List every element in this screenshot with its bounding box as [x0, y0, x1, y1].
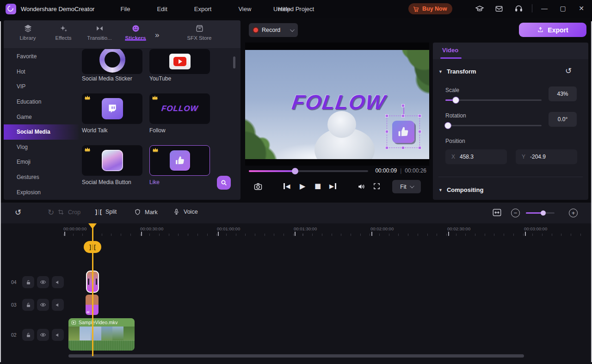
export-button[interactable]: Export — [519, 23, 586, 37]
resize-handle-e[interactable] — [418, 130, 421, 133]
resize-handle-w[interactable] — [385, 130, 388, 133]
crop-button[interactable]: Crop — [57, 209, 80, 216]
sticker-panel-scrollbar[interactable] — [233, 56, 235, 68]
compositing-section-header[interactable]: ▼ Compositing — [438, 186, 483, 193]
sticker-card-follow[interactable]: FOLLOW — [149, 93, 210, 124]
clip-trim-handle-right[interactable] — [96, 278, 97, 285]
tab-video-properties[interactable]: Video — [442, 47, 458, 54]
resize-handle-sw[interactable] — [385, 146, 388, 149]
maximize-button[interactable]: ▢ — [556, 5, 570, 12]
track3-lock-button[interactable] — [22, 299, 34, 311]
zoom-fit-dropdown[interactable]: Fit — [392, 180, 421, 193]
timeline-zoom-slider[interactable] — [526, 212, 555, 214]
follow-text-overlay[interactable]: FOLLOW — [270, 91, 407, 114]
sticker-card-like[interactable] — [149, 145, 210, 176]
menu-export[interactable]: Export — [191, 4, 216, 14]
record-button[interactable]: Record — [249, 23, 298, 37]
more-tabs-chevron[interactable]: » — [155, 31, 159, 40]
zoom-out-button[interactable]: − — [511, 209, 520, 217]
playback-progress-bar[interactable] — [249, 170, 368, 172]
scale-value-field[interactable]: 43% — [549, 86, 577, 101]
track4-lock-button[interactable] — [22, 276, 34, 288]
rotate-handle[interactable] — [401, 104, 405, 107]
sticker-card-social-media-button[interactable] — [82, 145, 142, 176]
record-dot-icon — [253, 28, 258, 32]
zoom-in-button[interactable]: + — [569, 209, 578, 217]
sticker-name: Social Media Sticker — [82, 75, 132, 82]
track4-visibility-button[interactable] — [37, 276, 49, 288]
fit-timeline-button[interactable] — [492, 208, 502, 217]
transform-section-header[interactable]: ▼ Transform — [438, 68, 476, 75]
redo-button[interactable]: ↻ — [48, 208, 54, 217]
split-button[interactable]: ][ Split — [95, 209, 117, 215]
resize-handle-n[interactable] — [401, 114, 405, 117]
close-button[interactable]: ✕ — [574, 5, 588, 12]
track3-mute-button[interactable] — [52, 299, 64, 311]
rotation-value-field[interactable]: 0.0° — [549, 112, 577, 127]
playhead-head[interactable] — [88, 223, 97, 229]
properties-tabrow: Video — [433, 43, 588, 59]
category-game[interactable]: Game — [4, 109, 79, 124]
track2-lock-button[interactable] — [22, 329, 34, 341]
like-sticker-on-canvas[interactable] — [392, 121, 414, 143]
buy-now-button[interactable]: Buy Now — [408, 3, 452, 14]
category-explosion[interactable]: Explosion — [4, 185, 79, 198]
tutorials-icon[interactable] — [475, 4, 484, 13]
category-social-media[interactable]: Social Media — [4, 124, 79, 140]
track2-visibility-button[interactable] — [37, 329, 49, 341]
progress-thumb[interactable] — [292, 168, 298, 174]
category-favorite[interactable]: Favorite — [4, 49, 79, 64]
mark-button[interactable]: Mark — [134, 209, 158, 216]
transform-reset-icon[interactable]: ↺ — [565, 66, 572, 75]
tab-effects[interactable]: Effects — [46, 24, 81, 41]
rotation-slider[interactable] — [445, 125, 542, 126]
sticker-card-social-media-sticker[interactable] — [82, 49, 142, 74]
scale-slider[interactable] — [445, 99, 542, 101]
resize-handle-nw[interactable] — [385, 114, 388, 117]
tab-library[interactable]: Library — [10, 24, 45, 41]
category-education[interactable]: Education — [4, 94, 79, 110]
clip-trim-handle-left[interactable] — [88, 278, 89, 285]
undo-button[interactable]: ↺ — [15, 208, 21, 217]
menu-view[interactable]: View — [234, 4, 255, 14]
track4-mute-button[interactable] — [52, 276, 64, 288]
next-frame-button[interactable]: ▶ — [329, 183, 336, 190]
total-duration: 00:00:26 — [405, 167, 426, 174]
playhead-split-badge[interactable]: ][ — [84, 241, 101, 253]
previous-frame-button[interactable]: ◀ — [284, 183, 290, 190]
resize-handle-ne[interactable] — [418, 114, 421, 117]
sticker-selection-box[interactable] — [387, 116, 420, 148]
menu-edit[interactable]: Edit — [153, 4, 171, 14]
play-button[interactable]: ▶ — [300, 182, 305, 191]
crop-label: Crop — [68, 209, 80, 216]
menu-file[interactable]: File — [117, 4, 134, 14]
track2-mute-button[interactable] — [52, 329, 64, 341]
stop-button[interactable]: ■ — [314, 182, 321, 190]
position-x-field[interactable]: X 458.3 — [445, 149, 507, 164]
support-headset-icon[interactable] — [514, 4, 523, 13]
resize-handle-se[interactable] — [418, 146, 421, 149]
minimize-button[interactable]: — — [537, 5, 551, 12]
category-vip[interactable]: VIP — [4, 79, 79, 94]
sticker-card-world-talk[interactable] — [82, 93, 142, 124]
resize-handle-s[interactable] — [401, 146, 405, 149]
feedback-mail-icon[interactable] — [495, 5, 503, 13]
tab-sfx-store[interactable]: SFX Store — [182, 24, 217, 41]
track3-visibility-button[interactable] — [37, 299, 49, 311]
volume-button[interactable] — [357, 182, 366, 191]
category-emoji[interactable]: Emoji — [4, 154, 79, 170]
sticker-card-youtube[interactable] — [149, 49, 210, 74]
tab-stickers[interactable]: Stickers — [118, 24, 153, 41]
category-gestures[interactable]: Gestures — [4, 170, 79, 185]
video-clip[interactable]: SampleVideo.mkv — [68, 318, 135, 351]
position-y-field[interactable]: Y -204.9 — [516, 149, 577, 164]
voice-button[interactable]: Voice — [173, 208, 198, 216]
video-canvas[interactable]: FOLLOW — [245, 50, 429, 159]
category-vlog[interactable]: Vlog — [4, 140, 79, 155]
category-hot[interactable]: Hot — [4, 64, 79, 80]
tab-transitions[interactable]: Transitio... — [82, 24, 117, 41]
timeline-horizontal-scrollbar[interactable] — [68, 354, 524, 358]
fullscreen-button[interactable] — [373, 182, 381, 190]
search-button[interactable] — [217, 176, 231, 190]
snapshot-camera-button[interactable] — [253, 182, 263, 191]
